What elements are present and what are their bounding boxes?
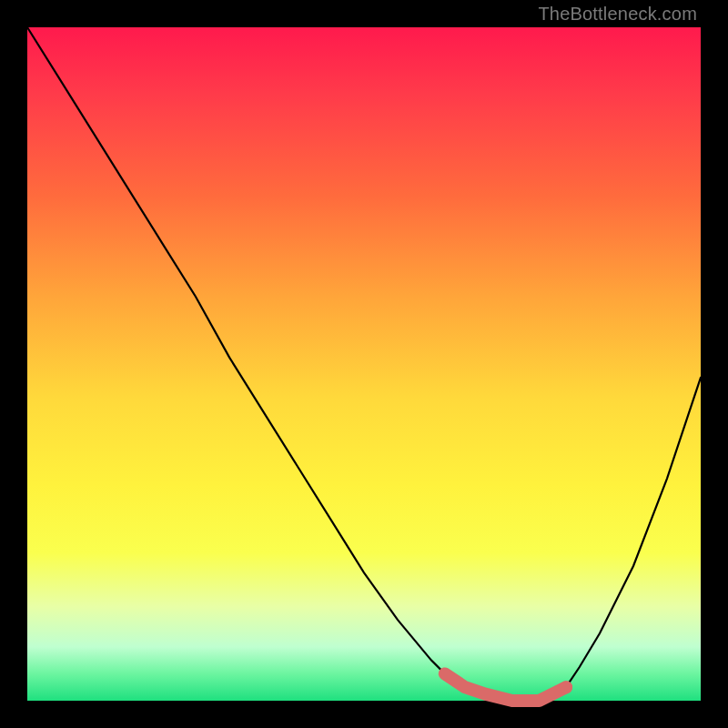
bottleneck-curve — [27, 27, 701, 701]
highlight-segment — [445, 673, 566, 701]
highlight-end-dot — [560, 681, 572, 693]
plot-area — [27, 27, 701, 701]
watermark-text: TheBottleneck.com — [538, 4, 697, 25]
chart-svg — [27, 27, 701, 701]
chart-frame: TheBottleneck.com — [0, 0, 728, 728]
